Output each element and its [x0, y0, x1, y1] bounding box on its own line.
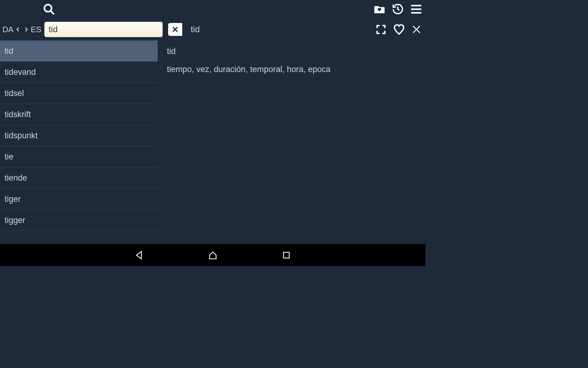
clear-search-button[interactable] [168, 23, 182, 36]
lang-from-label: DA [2, 25, 13, 34]
history-icon[interactable] [392, 3, 404, 15]
list-item-label: tidskrift [5, 110, 31, 119]
list-item-label: tidsel [5, 89, 24, 98]
back-icon[interactable] [133, 249, 145, 261]
detail-actions [376, 23, 423, 36]
chevron-left-icon[interactable] [15, 25, 21, 34]
top-right [373, 3, 422, 15]
list-item-label: tidspunkt [5, 131, 38, 140]
list-item[interactable]: tidevand [0, 62, 158, 83]
detail-translations: tiempo, vez, duración, temporal, hora, e… [167, 65, 416, 74]
list-item-label: tigger [5, 216, 25, 225]
top-left [3, 3, 55, 15]
svg-line-1 [51, 11, 54, 14]
list-item[interactable]: tidskrift [0, 104, 158, 125]
svg-rect-10 [283, 252, 289, 258]
list-item[interactable]: tidsel [0, 83, 158, 104]
nav-bar [0, 244, 425, 266]
fullscreen-icon[interactable] [376, 24, 386, 35]
list-item-label: tid [5, 46, 13, 56]
menu-icon[interactable] [410, 3, 422, 15]
chevron-right-icon[interactable] [23, 25, 29, 34]
close-icon [172, 26, 179, 33]
search-icon[interactable] [43, 3, 55, 15]
list-item-label: tiger [5, 194, 21, 204]
word-list: tid tidevand tidsel tidskrift tidspunkt … [0, 40, 158, 244]
detail-word: tid [167, 47, 416, 56]
header-word: tid [191, 25, 200, 34]
main-content: tid tidevand tidsel tidskrift tidspunkt … [0, 40, 425, 244]
heart-icon[interactable] [393, 23, 405, 36]
list-item[interactable]: tiger [0, 189, 158, 210]
detail-pane: tid tiempo, vez, duración, temporal, hor… [158, 40, 425, 244]
list-item-label: tidevand [5, 67, 36, 77]
list-item[interactable]: tiende [0, 167, 158, 189]
close-icon[interactable] [412, 25, 421, 34]
recent-apps-icon[interactable] [280, 249, 292, 261]
list-item[interactable]: tie [0, 146, 158, 167]
svg-point-0 [44, 5, 51, 12]
list-item[interactable]: tidspunkt [0, 125, 158, 146]
list-item[interactable]: tid [0, 40, 158, 62]
favorites-folder-icon[interactable] [373, 3, 386, 15]
home-icon[interactable] [207, 249, 219, 261]
list-item[interactable]: tigger [0, 210, 158, 231]
list-item-label: tie [5, 152, 13, 162]
top-bar [0, 0, 425, 18]
svg-marker-9 [136, 251, 141, 259]
search-row: DA ES tid [0, 18, 425, 40]
list-item-label: tiende [5, 173, 27, 183]
search-input[interactable] [44, 22, 163, 37]
lang-to-label: ES [31, 25, 41, 34]
